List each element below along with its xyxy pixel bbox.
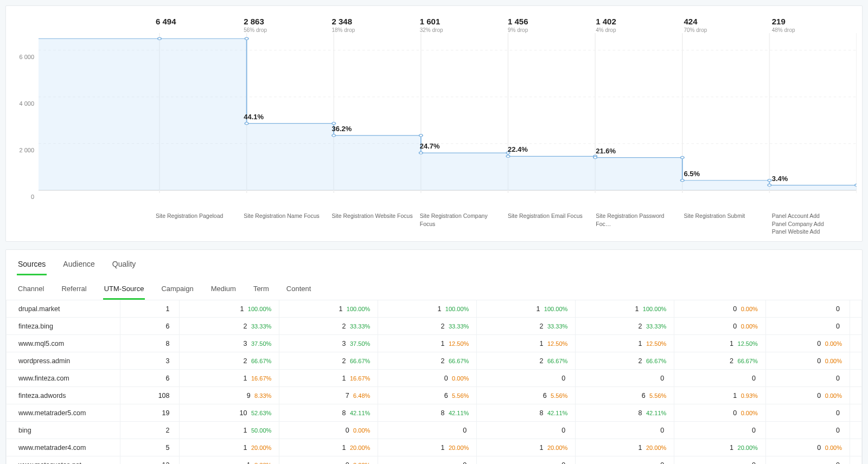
metric-cell: 1 100.00% [279,300,378,318]
metric-cell: 2 [120,422,180,439]
svg-point-23 [593,156,597,158]
metric-cell: 0 [378,422,477,439]
svg-point-20 [506,152,510,154]
funnel-step-headers: 6 4942 86356% drop2 34818% drop1 60132% … [39,17,857,33]
metric-cell: 108 [120,387,180,404]
metric-cell: 2 66.67% [477,352,576,370]
metric-cell: 0 [765,422,850,439]
step-label: Site Registration Company Focus [420,212,501,228]
secondary-tabs: ChannelReferralUTM-SourceCampaignMediumT… [6,276,862,300]
metric-cell: 1 12.50% [477,335,576,352]
metric-cell: 1 12.50% [674,335,766,352]
metric-cell: 2 66.67% [674,352,766,370]
table-row[interactable]: www.mql5.com83 37.50%3 37.50%1 12.50%1 1… [7,335,862,352]
metric-cell: 0 0.00% [765,439,850,456]
svg-point-16 [332,122,336,124]
step-label: Panel Account AddPanel Company AddPanel … [772,212,853,236]
metric-cell: 1 12.50% [576,335,674,352]
step-drop: 56% drop [244,27,325,33]
metric-cell: 1 20.00% [378,439,477,456]
metric-cell: 0 [674,370,766,387]
metric-cell: 2 33.33% [576,318,674,335]
svg-point-13 [158,37,162,40]
chart-y-axis: 02 0004 0006 000 [11,17,39,190]
metric-cell: 3 37.50% [279,335,378,352]
step-label: Site Registration Website Focus [332,212,413,220]
metric-cell: 1 20.00% [180,439,279,456]
metric-cell: 2 33.33% [477,318,576,335]
metric-cell: 6 5.56% [576,387,674,404]
tab-sources[interactable]: Sources [17,255,47,275]
metric-cell: 2 66.67% [576,352,674,370]
svg-point-26 [768,179,771,182]
y-tick: 4 000 [19,100,34,107]
tab-quality[interactable]: Quality [111,255,137,275]
subtab-content[interactable]: Content [285,281,312,300]
metric-cell: 1 100.00% [576,300,674,318]
metric-cell: 12 [120,456,180,464]
sources-table: drupal.market11 100.00%1 100.00%1 100.00… [6,300,862,464]
metric-cell: 1 16.67% [180,370,279,387]
metric-cell: 6 5.56% [378,387,477,404]
metric-cell: 8 [120,335,180,352]
metric-cell: 1 20.00% [576,439,674,456]
metric-cell: 2 66.67% [378,352,477,370]
primary-tabs: SourcesAudienceQuality [6,250,862,276]
subtab-channel[interactable]: Channel [17,281,45,300]
table-row[interactable]: www.metatrader4.com51 20.00%1 20.00%1 20… [7,439,862,456]
table-row[interactable]: wordpress.admin32 66.67%2 66.67%2 66.67%… [7,352,862,370]
step-value: 2 863 [244,17,325,26]
table-row[interactable]: finteza.bing62 33.33%2 33.33%2 33.33%2 3… [7,318,862,335]
metric-cell: 0 [765,456,850,464]
subtab-utm-source[interactable]: UTM-Source [103,281,145,300]
svg-point-18 [419,134,423,137]
subtab-medium[interactable]: Medium [210,281,237,300]
source-name: finteza.bing [7,318,120,335]
metric-cell: 1 100.00% [180,300,279,318]
metric-cell: 0 0.00% [674,318,766,335]
metric-cell: 1 20.00% [477,439,576,456]
step-label: Site Registration Email Focus [508,212,589,220]
y-tick: 2 000 [19,147,34,153]
metric-cell: 0 [477,370,576,387]
metric-cell: 0 [477,456,576,464]
table-row[interactable]: www.metatrader5.com1910 52.63%8 42.11%8 … [7,404,862,422]
step-value: 424 [684,17,765,26]
subtab-campaign[interactable]: Campaign [160,281,194,300]
metric-cell: 1 16.67% [279,370,378,387]
y-tick: 0 [31,194,34,200]
metric-cell: 10 52.63% [180,404,279,422]
table-row[interactable]: www.metaquotes.net121 8.33%0 0.00%00000 [7,456,862,464]
step-drop: 18% drop [332,27,413,33]
funnel-plot: 44.1%36.2%24.7%22.4%21.6%6.5%3.4% [39,33,857,207]
table-row[interactable]: finteza.adwords1089 8.33%7 6.48%6 5.56%6… [7,387,862,404]
metric-cell: 8 42.11% [477,404,576,422]
subtab-term[interactable]: Term [252,281,270,300]
metric-cell: 1 100.00% [477,300,576,318]
metric-cell: 0 [765,300,850,318]
source-name: bing [7,422,120,439]
subtab-referral[interactable]: Referral [60,281,87,300]
metric-cell: 9 8.33% [180,387,279,404]
metric-cell: 1 8.33% [180,456,279,464]
svg-point-24 [680,156,684,158]
metric-cell: 2 66.67% [279,352,378,370]
source-name: wordpress.admin [7,352,120,370]
metric-cell: 1 12.50% [378,335,477,352]
metric-cell: 8 42.11% [576,404,674,422]
metric-cell: 0 [674,456,766,464]
step-drop: 4% drop [596,27,677,33]
metric-cell: 0 0.00% [765,352,850,370]
table-row[interactable]: www.finteza.com61 16.67%1 16.67%0 0.00%0… [7,370,862,387]
step-drop: 9% drop [508,27,589,33]
step-value: 1 456 [508,17,589,26]
tab-audience[interactable]: Audience [62,255,95,275]
metric-cell: 0 [765,370,850,387]
metric-cell: 6 [120,318,180,335]
svg-point-14 [245,37,248,40]
table-row[interactable]: drupal.market11 100.00%1 100.00%1 100.00… [7,300,862,318]
table-row[interactable]: bing21 50.00%0 0.00%00000 [7,422,862,439]
metric-cell: 0 0.00% [674,404,766,422]
funnel-step-labels: Site Registration PageloadSite Registrat… [39,207,857,236]
metric-cell: 2 33.33% [279,318,378,335]
